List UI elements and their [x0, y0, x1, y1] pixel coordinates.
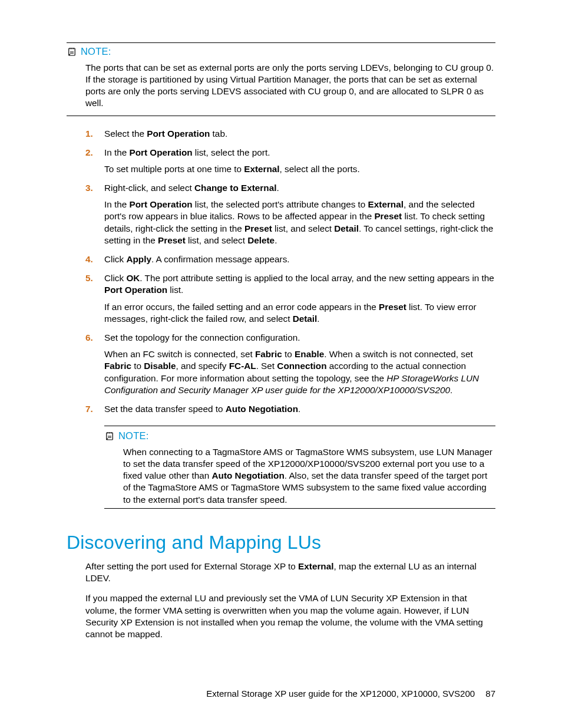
divider	[67, 116, 495, 116]
step-paragraph: In the Port Operation list, select the p…	[104, 147, 495, 159]
step-body: Select the Port Operation tab.	[104, 128, 495, 140]
step-item: 4.Click Apply. A confirmation message ap…	[67, 253, 495, 265]
step-body: In the Port Operation list, select the p…	[104, 147, 495, 175]
note-text: When connecting to a TagmaStore AMS or T…	[123, 446, 495, 506]
step-number: 7.	[85, 403, 104, 415]
note-icon	[104, 431, 115, 442]
note-body: The ports that can be set as external po…	[85, 62, 495, 110]
note-block: NOTE: The ports that can be set as exter…	[67, 42, 495, 116]
section-heading: Discovering and Mapping LUs	[67, 530, 495, 555]
step-paragraph: Right-click, and select Change to Extern…	[104, 182, 495, 194]
divider	[104, 508, 495, 509]
footer-text: External Storage XP user guide for the X…	[206, 689, 475, 699]
step-number: 5.	[85, 272, 104, 284]
step-paragraph: Set the topology for the connection conf…	[104, 332, 495, 344]
note-label: NOTE:	[118, 430, 148, 443]
page-footer: External Storage XP user guide for the X…	[206, 688, 495, 700]
note-body: When connecting to a TagmaStore AMS or T…	[123, 446, 495, 506]
step-item: 3.Right-click, and select Change to Exte…	[67, 182, 495, 246]
step-number: 1.	[85, 128, 104, 140]
step-paragraph: Click OK. The port attribute setting is …	[104, 272, 495, 296]
step-paragraph: If an error occurs, the failed setting a…	[104, 301, 495, 325]
section-paragraph: After setting the port used for External…	[85, 561, 495, 584]
divider	[104, 426, 495, 426]
page-number: 87	[485, 689, 495, 699]
step-number: 3.	[85, 182, 104, 194]
step-number: 4.	[85, 253, 104, 265]
step-item: 1.Select the Port Operation tab.	[67, 128, 495, 140]
note-icon	[67, 47, 77, 57]
step-body: Right-click, and select Change to Extern…	[104, 182, 495, 246]
step-paragraph: Click Apply. A confirmation message appe…	[104, 253, 495, 265]
note-block: NOTE: When connecting to a TagmaStore AM…	[104, 426, 495, 509]
step-body: Click Apply. A confirmation message appe…	[104, 253, 495, 265]
step-paragraph: Select the Port Operation tab.	[104, 128, 495, 140]
step-paragraph: Set the data transfer speed to Auto Nego…	[104, 403, 495, 415]
step-number: 6.	[85, 332, 104, 344]
step-item: 6.Set the topology for the connection co…	[67, 332, 495, 396]
step-body: Click OK. The port attribute setting is …	[104, 272, 495, 325]
divider	[67, 42, 495, 43]
step-paragraph: To set multiple ports at one time to Ext…	[104, 163, 495, 175]
note-label: NOTE:	[81, 45, 111, 58]
section-paragraph: If you mapped the external LU and previo…	[85, 592, 495, 640]
step-item: 2.In the Port Operation list, select the…	[67, 147, 495, 175]
note-text: The ports that can be set as external po…	[85, 62, 495, 110]
step-number: 2.	[85, 147, 104, 159]
step-paragraph: When an FC switch is connected, set Fabr…	[104, 348, 495, 396]
step-body: Set the data transfer speed to Auto Nego…	[104, 403, 495, 415]
step-paragraph: In the Port Operation list, the selected…	[104, 199, 495, 246]
step-body: Set the topology for the connection conf…	[104, 332, 495, 396]
section-body: After setting the port used for External…	[85, 561, 495, 640]
steps-list: 1.Select the Port Operation tab.2.In the…	[67, 128, 495, 416]
step-item: 5.Click OK. The port attribute setting i…	[67, 272, 495, 325]
step-item: 7.Set the data transfer speed to Auto Ne…	[67, 403, 495, 415]
